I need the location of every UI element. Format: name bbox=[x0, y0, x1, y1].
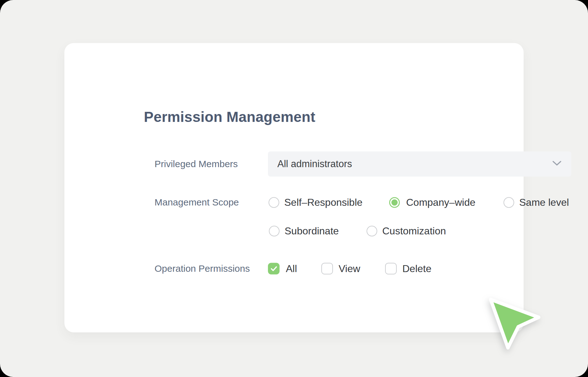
permission-management-card: Permission Management Privileged Members… bbox=[64, 43, 524, 332]
app-screen: Permission Management Privileged Members… bbox=[0, 0, 588, 377]
checkbox-icon bbox=[385, 263, 397, 275]
privileged-members-select[interactable]: All administrators bbox=[268, 151, 571, 177]
radio-icon bbox=[269, 197, 279, 208]
radio-label: Same level bbox=[519, 197, 569, 208]
operation-permissions-label: Operation Permissions bbox=[155, 263, 250, 274]
radio-option-same-level[interactable]: Same level bbox=[504, 197, 569, 208]
checkbox-checked-icon bbox=[268, 263, 280, 275]
radio-label: Self–Responsible bbox=[284, 197, 362, 208]
radio-selected-icon bbox=[389, 197, 400, 208]
radio-label: Customization bbox=[382, 225, 446, 237]
checkbox-label: View bbox=[339, 263, 360, 275]
check-icon bbox=[270, 266, 277, 271]
page-title: Permission Management bbox=[144, 108, 315, 125]
privileged-members-value: All administrators bbox=[277, 158, 352, 170]
checkbox-option-view[interactable]: View bbox=[321, 263, 360, 275]
radio-option-self-responsible[interactable]: Self–Responsible bbox=[269, 197, 362, 208]
chevron-down-icon bbox=[553, 161, 561, 167]
radio-option-customization[interactable]: Customization bbox=[367, 225, 446, 237]
checkbox-option-delete[interactable]: Delete bbox=[385, 263, 432, 275]
radio-icon bbox=[504, 197, 514, 208]
radio-option-company-wide[interactable]: Company–wide bbox=[389, 197, 476, 208]
management-scope-label: Management Scope bbox=[155, 197, 239, 208]
radio-option-subordinate[interactable]: Subordinate bbox=[269, 225, 339, 237]
checkbox-icon bbox=[321, 263, 333, 275]
radio-icon bbox=[367, 226, 377, 236]
radio-icon bbox=[269, 226, 280, 236]
radio-label: Company–wide bbox=[406, 197, 476, 208]
privileged-members-label: Privileged Members bbox=[155, 159, 238, 169]
checkbox-label: All bbox=[286, 263, 297, 275]
checkbox-option-all[interactable]: All bbox=[268, 263, 297, 275]
radio-label: Subordinate bbox=[285, 225, 339, 237]
checkbox-label: Delete bbox=[402, 263, 432, 275]
